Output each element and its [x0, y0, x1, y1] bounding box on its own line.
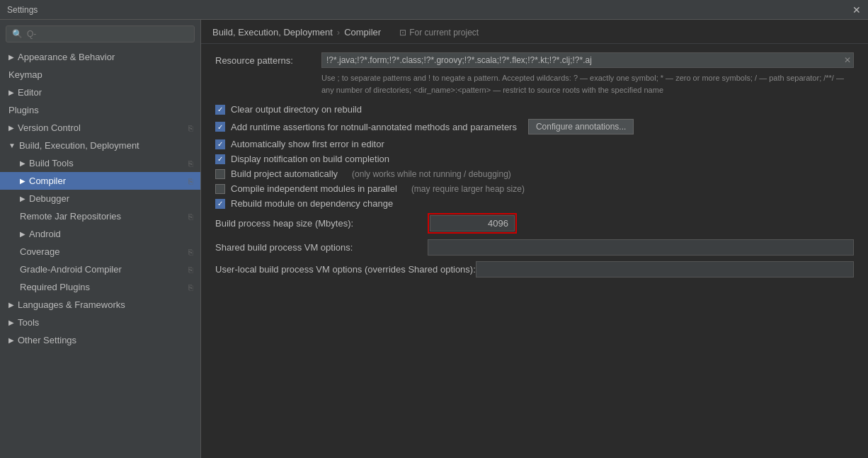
chevron-right-icon: ▶	[8, 124, 14, 132]
checkbox-label-build-automatically: Build project automatically	[231, 168, 338, 179]
setting-row-clear-output: Clear output directory on rebuild	[215, 104, 854, 115]
checkbox-label-compile-parallel: Compile independent modules in parallel	[231, 183, 397, 194]
user-local-vm-input[interactable]	[476, 261, 854, 277]
settings-icon: ⎘	[188, 283, 193, 292]
sidebar-item-tools[interactable]: ▶Tools	[0, 314, 200, 331]
sidebar-item-coverage[interactable]: Coverage⎘	[0, 243, 200, 261]
main-layout: 🔍 ▶Appearance & BehaviorKeymap▶EditorPlu…	[0, 20, 868, 458]
shared-vm-row: Shared build process VM options:	[215, 239, 854, 256]
checkbox-build-automatically[interactable]	[215, 169, 225, 179]
nav-list: ▶Appearance & BehaviorKeymap▶EditorPlugi…	[0, 48, 200, 349]
sidebar-item-editor[interactable]: ▶Editor	[0, 84, 200, 101]
chevron-down-icon: ▼	[8, 142, 16, 149]
settings-icon: ⎘	[188, 212, 193, 221]
settings-icon: ⎘	[188, 124, 193, 132]
sidebar-item-label: Gradle-Android Compiler	[20, 264, 122, 275]
search-icon: 🔍	[12, 29, 23, 39]
chevron-right-icon: ▶	[8, 301, 14, 309]
compile-parallel-note: (may require larger heap size)	[411, 184, 525, 194]
chevron-right-icon: ▶	[8, 53, 14, 61]
sidebar-item-build-tools[interactable]: ▶Build Tools⎘	[0, 154, 200, 172]
search-input[interactable]	[27, 29, 188, 39]
sidebar-item-label: Compiler	[29, 176, 66, 186]
sidebar-item-appearance[interactable]: ▶Appearance & Behavior	[0, 48, 200, 66]
setting-row-rebuild-module: Rebuild module on dependency change	[215, 198, 854, 209]
checkbox-rebuild-module[interactable]	[215, 199, 225, 209]
breadcrumb-separator: ›	[337, 27, 340, 38]
chevron-right-icon: ▶	[20, 230, 25, 238]
sidebar-item-languages[interactable]: ▶Languages & Frameworks	[0, 296, 200, 314]
heap-input[interactable]	[430, 215, 515, 231]
settings-icon: ⎘	[188, 159, 193, 168]
close-button[interactable]: ✕	[852, 4, 861, 16]
settings-icon: ⎘	[188, 265, 193, 274]
sidebar-item-remote-jar[interactable]: Remote Jar Repositories⎘	[0, 207, 200, 225]
search-box[interactable]: 🔍	[6, 25, 195, 42]
checkbox-label-clear-output: Clear output directory on rebuild	[231, 104, 362, 115]
sidebar-item-build-execution[interactable]: ▼Build, Execution, Deployment	[0, 137, 200, 154]
chevron-right-icon: ▶	[20, 177, 25, 185]
sidebar-item-required-plugins[interactable]: Required Plugins⎘	[0, 278, 200, 296]
checkbox-add-runtime[interactable]	[215, 122, 225, 132]
setting-row-build-automatically: Build project automatically(only works w…	[215, 168, 854, 179]
sidebar-item-label: Editor	[18, 87, 42, 98]
checkbox-label-display-notification: Display notification on build completion	[231, 154, 389, 164]
sidebar-item-label: Remote Jar Repositories	[20, 211, 121, 222]
sidebar-item-android[interactable]: ▶Android	[0, 225, 200, 243]
settings-icon: ⎘	[188, 177, 193, 185]
sidebar-item-label: Debugger	[29, 193, 69, 204]
for-project: ⊡ For current project	[399, 28, 479, 38]
sidebar-item-debugger[interactable]: ▶Debugger	[0, 190, 200, 207]
chevron-right-icon: ▶	[20, 195, 25, 202]
sidebar-item-label: Appearance & Behavior	[18, 52, 115, 62]
sidebar-item-label: Build Tools	[29, 158, 74, 168]
sidebar-item-compiler[interactable]: ▶Compiler⎘	[0, 172, 200, 190]
sidebar-item-version-control[interactable]: ▶Version Control⎘	[0, 119, 200, 137]
checkbox-label-auto-show-error: Automatically show first error in editor	[231, 139, 384, 149]
title-bar-title: Settings	[7, 5, 38, 15]
sidebar-item-other-settings[interactable]: ▶Other Settings	[0, 331, 200, 349]
checkbox-display-notification[interactable]	[215, 154, 225, 164]
for-project-label: For current project	[409, 28, 479, 38]
resource-hint: Use ; to separate patterns and ! to nega…	[321, 72, 854, 96]
resource-patterns-input[interactable]	[321, 52, 854, 68]
sidebar-item-label: Coverage	[20, 246, 59, 257]
resource-clear-icon[interactable]: ✕	[844, 55, 851, 65]
heap-input-highlight	[428, 213, 517, 234]
sidebar-item-gradle-android[interactable]: Gradle-Android Compiler⎘	[0, 261, 200, 278]
chevron-right-icon: ▶	[20, 159, 25, 167]
resource-patterns-row: Resource patterns: ✕	[215, 52, 854, 68]
chevron-right-icon: ▶	[8, 336, 14, 344]
settings-icon: ⎘	[188, 248, 193, 256]
sidebar-item-plugins[interactable]: Plugins	[0, 101, 200, 119]
shared-vm-input[interactable]	[428, 239, 854, 256]
heap-label: Build process heap size (Mbytes):	[215, 218, 428, 229]
sidebar: 🔍 ▶Appearance & BehaviorKeymap▶EditorPlu…	[0, 20, 201, 458]
checkboxes-container: Clear output directory on rebuildAdd run…	[215, 104, 854, 209]
chevron-right-icon: ▶	[8, 88, 14, 96]
user-local-vm-label: User-local build process VM options (ove…	[215, 264, 476, 275]
breadcrumb-current: Compiler	[344, 27, 381, 38]
sidebar-item-label: Version Control	[18, 122, 81, 133]
sidebar-item-label: Languages & Frameworks	[18, 299, 125, 310]
breadcrumb-parent: Build, Execution, Deployment	[212, 27, 333, 38]
title-bar: Settings ✕	[0, 0, 868, 20]
configure-annotations-button[interactable]: Configure annotations...	[528, 119, 634, 134]
sidebar-item-label: Plugins	[8, 105, 39, 115]
setting-row-auto-show-error: Automatically show first error in editor	[215, 139, 854, 149]
content-panel: Build, Execution, Deployment › Compiler …	[201, 20, 868, 458]
sidebar-item-keymap[interactable]: Keymap	[0, 66, 200, 84]
resource-input-wrap: ✕	[321, 52, 854, 68]
user-local-vm-row: User-local build process VM options (ove…	[215, 261, 854, 277]
build-automatically-note: (only works while not running / debuggin…	[352, 169, 511, 179]
sidebar-item-label: Tools	[18, 317, 39, 328]
chevron-right-icon: ▶	[8, 319, 14, 326]
checkbox-compile-parallel[interactable]	[215, 184, 225, 194]
checkbox-auto-show-error[interactable]	[215, 139, 225, 149]
setting-row-compile-parallel: Compile independent modules in parallel(…	[215, 183, 854, 194]
resource-patterns-label: Resource patterns:	[215, 52, 314, 66]
for-project-icon: ⊡	[399, 28, 406, 38]
sidebar-item-label: Android	[29, 229, 61, 239]
checkbox-clear-output[interactable]	[215, 105, 225, 115]
content-body: Resource patterns: ✕ Use ; to separate p…	[201, 44, 868, 458]
